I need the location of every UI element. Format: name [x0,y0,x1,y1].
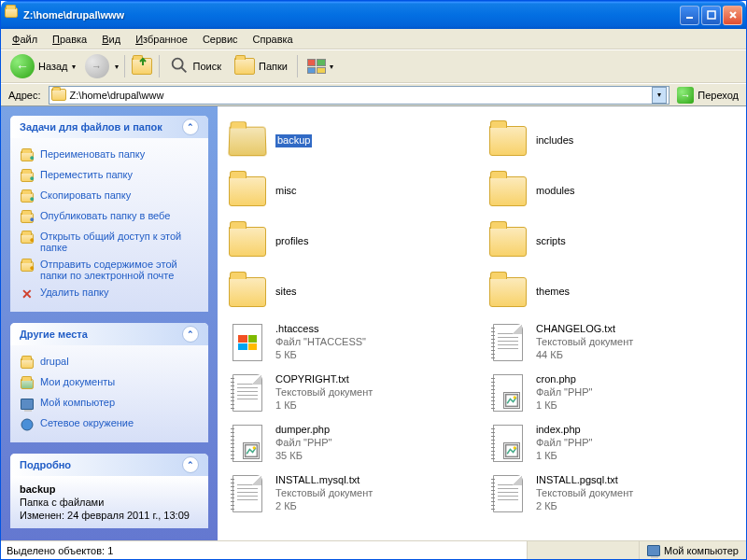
maximize-button[interactable] [701,6,721,25]
svg-point-5 [514,396,516,399]
folders-label: Папки [259,61,288,72]
chevron-up-icon[interactable]: ⌃ [182,456,199,473]
file-size: 1 КБ [536,399,593,413]
file-tile[interactable]: includes [482,116,742,166]
file-tile[interactable]: COPYRIGHT.txtТекстовый документ1 КБ [221,368,482,418]
address-dropdown[interactable]: ▾ [652,87,667,104]
file-tile[interactable]: backup [221,116,482,166]
computer-icon [647,545,660,556]
chevron-down-icon[interactable]: ▾ [72,63,76,71]
task-label: Скопировать папку [40,189,131,201]
place-icon [20,417,35,432]
place-item[interactable]: drupal [20,353,199,373]
tasks-panel: Задачи для файлов и папок ⌃ ●Переименова… [10,116,208,312]
menubar: Файл Правка Вид Избранное Сервис Справка [1,29,746,49]
task-item[interactable]: ●Опубликовать папку в вебе [20,207,199,228]
file-tile[interactable]: misc [221,166,482,217]
file-tile[interactable]: CHANGELOG.txtТекстовый документ44 КБ [482,317,742,368]
task-label: Переименовать папку [40,148,145,160]
window-title: Z:\home\drupal\www [23,9,680,21]
details-panel-header[interactable]: Подробно ⌃ [10,454,208,476]
file-name: scripts [536,235,566,248]
task-item[interactable]: ●Открыть общий доступ к этой папке [20,228,199,256]
file-name: COPYRIGHT.txt [275,373,373,386]
places-panel-header[interactable]: Другие места ⌃ [10,323,208,345]
search-icon [169,55,190,77]
place-item[interactable]: Мои документы [20,373,199,394]
menu-tools[interactable]: Сервис [195,32,246,47]
chevron-up-icon[interactable]: ⌃ [182,119,199,135]
menu-help[interactable]: Справка [246,32,301,47]
sidebar: Задачи для файлов и папок ⌃ ●Переименова… [1,106,218,540]
search-label: Поиск [193,61,221,72]
file-tile[interactable]: .htaccessФайл "HTACCESS"5 КБ [221,317,482,368]
menu-view[interactable]: Вид [94,32,128,47]
file-tile[interactable]: dumper.phpФайл "PHP"35 КБ [221,418,482,469]
place-label: Мои документы [40,376,115,387]
file-type: Файл "HTACCESS" [275,336,366,349]
task-icon: ● [20,148,35,163]
file-icon [487,171,529,212]
task-item[interactable]: ●Отправить содержимое этой папки по элек… [20,256,199,284]
back-button[interactable]: ← Назад ▾ [7,52,79,80]
file-icon [487,423,529,464]
file-type: Текстовый документ [536,487,633,500]
address-label: Адрес: [5,90,45,101]
task-item[interactable]: ●Переместить папку [20,166,199,187]
file-name: INSTALL.pgsql.txt [536,474,633,487]
titlebar[interactable]: Z:\home\drupal\www [1,1,746,29]
task-item[interactable]: ✕Удалить папку [20,284,199,304]
file-tile[interactable]: INSTALL.pgsql.txtТекстовый документ2 КБ [482,469,742,519]
close-button[interactable] [723,6,742,25]
folder-icon [5,7,20,22]
file-name: index.php [536,424,593,437]
file-size: 5 КБ [275,349,366,362]
search-button[interactable]: Поиск [165,53,225,79]
tasks-panel-header[interactable]: Задачи для файлов и папок ⌃ [10,116,208,138]
file-tile[interactable]: themes [482,267,742,317]
place-label: Сетевое окружение [40,417,134,428]
go-button[interactable]: → Переход [673,87,742,104]
minimize-button[interactable] [680,6,699,25]
file-icon [227,372,268,413]
file-type: Текстовый документ [275,487,373,500]
file-size: 2 КБ [275,500,373,513]
file-tile[interactable]: scripts [482,217,742,267]
file-name: includes [536,134,573,147]
file-tile[interactable]: INSTALL.mysql.txtТекстовый документ2 КБ [221,469,482,519]
up-button[interactable] [131,55,153,77]
place-item[interactable]: Мой компьютер [20,394,199,414]
file-tile[interactable]: modules [482,166,742,217]
file-tile[interactable]: sites [221,267,482,317]
place-label: drupal [40,356,69,367]
file-icon [487,372,529,413]
task-label: Переместить папку [40,169,133,180]
menu-edit[interactable]: Правка [45,32,94,47]
file-tile[interactable]: index.phpФайл "PHP"1 КБ [482,418,742,469]
place-item[interactable]: Сетевое окружение [20,414,199,435]
file-name: dumper.php [275,424,332,437]
menu-file[interactable]: Файл [5,32,45,47]
separator [124,55,125,77]
views-button[interactable]: ▾ [303,57,337,76]
file-view[interactable]: backupincludesmiscmodulesprofilesscripts… [218,106,746,540]
file-size: 2 КБ [536,500,633,513]
chevron-up-icon[interactable]: ⌃ [182,326,199,343]
details-panel: Подробно ⌃ backup Папка с файлами Измене… [10,454,208,528]
details-modified: Изменен: 24 февраля 2011 г., 13:09 [20,510,199,521]
task-item[interactable]: ●Переименовать папку [20,146,199,166]
task-label: Опубликовать папку в вебе [40,210,170,221]
file-icon [227,171,268,212]
address-input[interactable]: Z:\home\drupal\www ▾ [49,86,670,105]
forward-button[interactable]: → [85,54,109,78]
chevron-down-icon: ▾ [330,63,333,71]
chevron-down-icon[interactable]: ▾ [115,63,119,71]
menu-favorites[interactable]: Избранное [128,32,195,47]
task-item[interactable]: ●Скопировать папку [20,187,199,207]
folders-button[interactable]: Папки [231,56,291,77]
file-icon [487,120,529,161]
file-name: sites [275,286,297,299]
file-name: CHANGELOG.txt [536,323,633,336]
file-tile[interactable]: profiles [221,217,482,267]
file-tile[interactable]: cron.phpФайл "PHP"1 КБ [482,368,742,418]
